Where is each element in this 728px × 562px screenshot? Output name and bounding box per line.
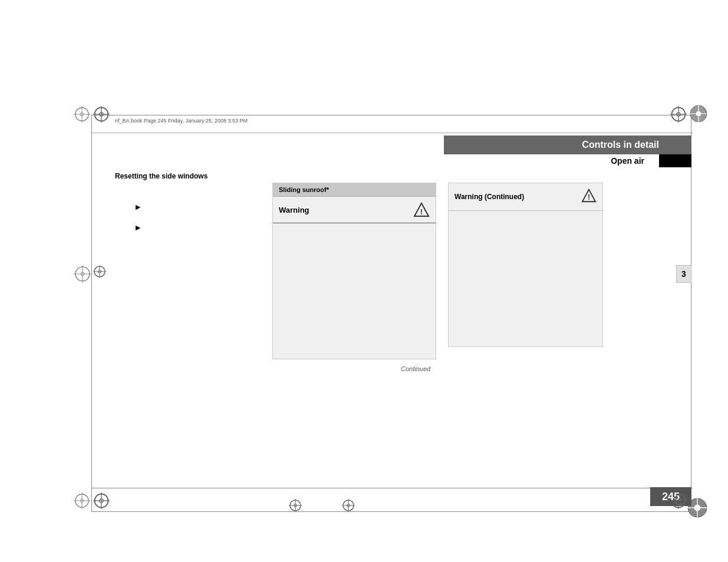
reg-mark-bottom-mid-left [289, 499, 302, 512]
warning-label: Warning [279, 206, 309, 214]
chapter-tab: 3 [676, 265, 691, 283]
continued-label: Continued [401, 365, 430, 372]
reg-mark-bottom-left-inner [93, 492, 110, 509]
section-title-bar: Controls in detail [444, 135, 691, 154]
sliding-sunroof-warning-row: Warning ! [273, 197, 436, 223]
sliding-sunroof-content [273, 223, 436, 359]
reg-mark-top-right-inner [670, 106, 687, 123]
warning-continued-triangle-icon: ! [581, 188, 597, 206]
warning-continued-header-row: Warning (Continued) ! [449, 183, 602, 211]
warning-continued-label: Warning (Continued) [454, 193, 524, 201]
bullet-item-1: ▶ [136, 203, 144, 211]
bullet-arrow-2: ▶ [136, 224, 140, 232]
reg-mark-page-num-right [674, 493, 687, 506]
vert-line-left [91, 115, 92, 512]
reg-mark-mid-left-inner [93, 265, 106, 278]
svg-point-31 [694, 505, 700, 511]
reg-mark-bottom-mid-right [342, 499, 355, 512]
bottom-line-top [91, 488, 693, 488]
file-info: nf_BA.book Page 245 Friday, January 25, … [115, 118, 248, 124]
svg-text:!: ! [420, 207, 423, 216]
sliding-sunroof-header: Sliding sunroof* [273, 183, 436, 197]
warning-continued-content [449, 211, 602, 346]
bottom-line-bottom [91, 511, 693, 512]
header-line-top [91, 115, 693, 115]
bullet-arrow-1: ▶ [136, 203, 140, 211]
bullet-item-2: ▶ [136, 224, 144, 232]
reg-mark-top-left-outer [74, 106, 90, 123]
vert-line-right [691, 115, 691, 512]
header-line-bottom [91, 133, 693, 133]
open-air-bar: Open air [444, 154, 691, 167]
reg-mark-mid-left [74, 265, 91, 283]
sliding-sunroof-box: Sliding sunroof* Warning ! [272, 183, 436, 359]
warning-continued-box: Warning (Continued) ! [448, 183, 603, 347]
section-title: Controls in detail [582, 140, 659, 150]
reg-mark-top-left-inner [93, 106, 110, 123]
left-section-heading: Resetting the side windows [115, 172, 207, 180]
reg-mark-bottom-left-outer [74, 492, 90, 509]
warning-triangle-icon: ! [413, 201, 430, 218]
open-air-label: Open air [611, 154, 644, 167]
svg-point-15 [696, 111, 701, 116]
svg-text:!: ! [588, 193, 590, 201]
